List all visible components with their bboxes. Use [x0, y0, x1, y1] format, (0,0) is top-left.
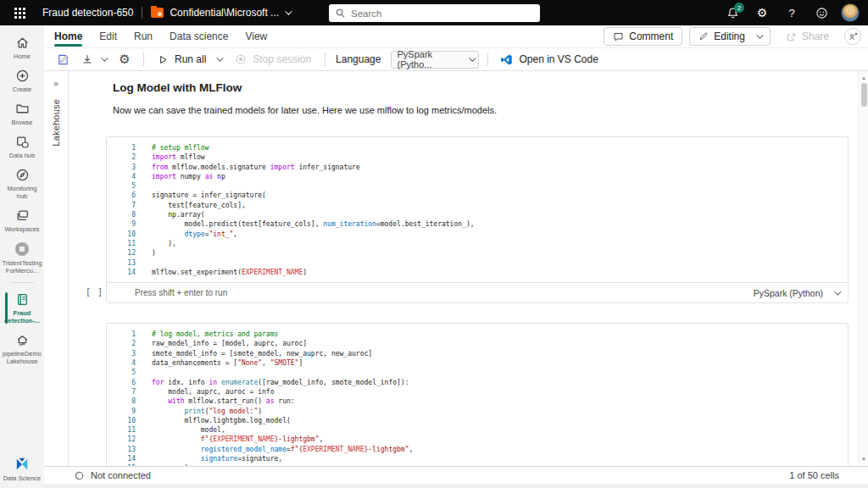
workspace-avatar-icon [14, 241, 30, 257]
run-all-button[interactable]: Run all [153, 50, 226, 69]
menu-tab-run[interactable]: Run [125, 25, 161, 48]
sidebar-item-tridenttestingformercu[interactable]: TridentTestingForMercu... [0, 238, 44, 277]
line-number: 14 [107, 454, 136, 463]
sidebar-item-data-hub[interactable]: Data hub [0, 131, 44, 162]
code-text: model.predict(test[feature_cols], num_it… [152, 219, 475, 229]
sidebar-item-create[interactable]: Create [0, 65, 44, 96]
line-number: 3 [107, 349, 136, 358]
lakehouse-panel-collapsed: » Lakehouse [44, 71, 69, 466]
code-line: 11 ), [107, 239, 848, 248]
user-avatar[interactable] [841, 3, 860, 22]
kernel-selector[interactable]: PySpark (Python) [754, 288, 839, 298]
code-line: 7 test[feature_cols], [107, 201, 848, 210]
cell-position: 1 of 50 cells [789, 470, 839, 480]
line-number: 10 [107, 230, 136, 239]
line-number: 5 [107, 181, 136, 191]
line-number: 5 [107, 368, 136, 377]
menu-tab-home[interactable]: Home [46, 25, 91, 48]
search-bar[interactable] [329, 4, 540, 22]
workspace-breadcrumb[interactable]: Confidential\Microsoft ... [170, 7, 279, 19]
code-line: 6signature = infer_signature( [107, 191, 848, 200]
share-icon [786, 31, 797, 42]
vertical-scrollbar[interactable]: ▲ ▼ [858, 71, 868, 466]
code-text: ), [152, 239, 176, 248]
save-button[interactable] [53, 50, 73, 69]
code-text: mlflow.lightgbm.log_model( [152, 416, 291, 425]
open-vscode-button[interactable]: Open in VS Code [497, 53, 601, 66]
share-button[interactable]: Share [777, 27, 837, 46]
export-button[interactable] [76, 50, 111, 69]
code-text: for idx, info in enumerate([raw_model_in… [152, 378, 409, 387]
language-dropdown[interactable]: PySpark (Pytho... [391, 51, 479, 69]
code-editor[interactable]: 1# log model, metrics and params2raw_mod… [107, 324, 848, 466]
data-science-icon [14, 457, 30, 472]
sidebar-item-fraud-detection[interactable]: Fraud detection-... [0, 289, 44, 327]
editing-mode-button[interactable]: Editing [689, 27, 771, 46]
menu-tab-edit[interactable]: Edit [91, 25, 125, 48]
line-number: 11 [107, 239, 136, 248]
sidebar-item-data-science[interactable]: Data Science [0, 453, 44, 485]
code-line: 9 model.predict(test[feature_cols], num_… [107, 219, 848, 229]
scrollbar-thumb[interactable] [861, 83, 867, 107]
sidebar-item-pipelinedemolakehouse[interactable]: pipelineDemoLakehouse [0, 330, 44, 368]
line-number: 11 [107, 425, 136, 435]
notebook-settings-button[interactable]: ⚙ [114, 50, 135, 69]
stop-session-button[interactable]: Stop session [230, 50, 316, 69]
sidebar-item-home[interactable]: Home [0, 32, 44, 63]
code-line: 6for idx, info in enumerate([raw_model_i… [107, 378, 848, 387]
person-arrow-icon [849, 32, 858, 42]
app-launcher-icon[interactable] [7, 0, 32, 25]
code-text: f"{EXPERIMENT_NAME}-lightgbm", [152, 435, 323, 444]
search-input[interactable] [351, 8, 520, 19]
toolbar-divider [143, 53, 144, 66]
help-button[interactable]: ? [782, 3, 802, 23]
settings-button[interactable]: ⚙ [752, 3, 772, 23]
line-number: 7 [107, 387, 136, 396]
create-icon [15, 69, 30, 83]
code-text: signature=signature, [152, 454, 282, 463]
chevron-down-icon[interactable] [285, 8, 292, 14]
line-number: 12 [107, 248, 136, 258]
sidebar-item-workspaces[interactable]: Workspaces [0, 205, 44, 236]
scroll-up-icon[interactable]: ▲ [859, 73, 868, 83]
scroll-down-icon[interactable]: ▼ [859, 454, 868, 464]
code-text: import numpy as np [152, 172, 225, 181]
code-line: 2import mlflow [107, 152, 848, 162]
cell-footer: Press shift + enter to run PySpark (Pyth… [107, 282, 848, 302]
pencil-icon [698, 31, 709, 42]
code-text: # setup mlflow [152, 143, 209, 152]
home-icon [15, 36, 30, 50]
line-number: 6 [107, 378, 136, 387]
code-line: 13 registered_model_name=f"{EXPERIMENT_N… [107, 445, 848, 454]
sidebar-item-monitoring-hub[interactable]: Monitoring hub [0, 164, 44, 202]
line-number: 12 [107, 435, 136, 444]
feedback-button[interactable] [811, 3, 832, 23]
markdown-heading: Log Model with MLFlow [113, 81, 858, 94]
comment-icon [613, 31, 624, 42]
collaborators-button[interactable] [844, 28, 861, 45]
gear-icon: ⚙ [119, 53, 130, 65]
code-line: 12) [107, 248, 848, 258]
search-icon [336, 8, 345, 18]
code-text: ) [152, 463, 188, 466]
download-icon [81, 53, 93, 65]
code-line: 4import numpy as np [107, 172, 848, 181]
code-text: # log model, metrics and params [152, 330, 278, 339]
code-text: ) [152, 248, 156, 258]
code-line: 3smote_model_info = [smote_model, new_au… [107, 349, 848, 358]
notification-badge: 2 [734, 3, 744, 13]
comment-button[interactable]: Comment [604, 27, 682, 46]
menu-tab-view[interactable]: View [236, 25, 275, 48]
expand-panel-icon[interactable]: » [53, 79, 58, 87]
sidebar-item-browse[interactable]: Browse [0, 98, 44, 129]
code-line: 1# setup mlflow [107, 143, 848, 152]
code-editor[interactable]: 1# setup mlflow2import mlflow3from mlflo… [107, 137, 848, 282]
code-text: with mlflow.start_run() as run: [152, 396, 295, 406]
code-line: 5 [107, 181, 848, 191]
notifications-button[interactable]: 2 [722, 3, 743, 23]
workspaces-icon [15, 208, 30, 223]
line-number: 13 [107, 445, 136, 454]
code-line: 10 mlflow.lightgbm.log_model( [107, 416, 848, 425]
topbar-divider [142, 7, 142, 19]
menu-tab-data-science[interactable]: Data science [161, 25, 236, 48]
